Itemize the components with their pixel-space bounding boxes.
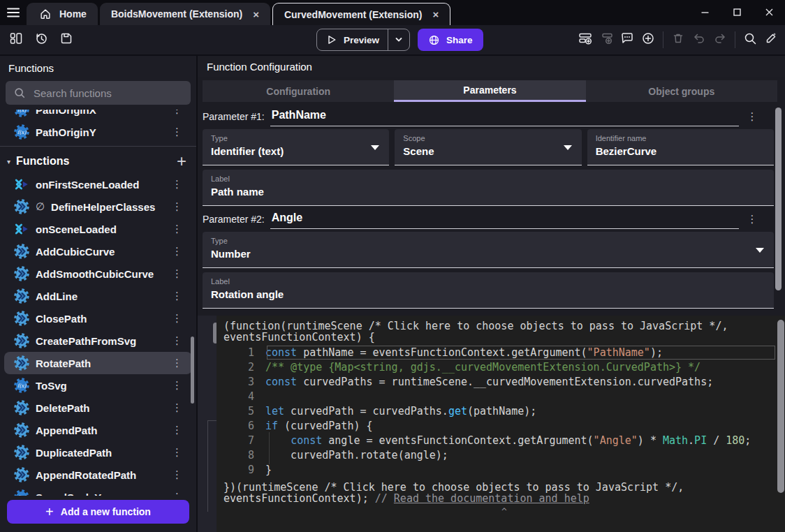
dropdown-arrow-icon (756, 248, 764, 253)
sidebar-item-pathoriginx[interactable]: f(x)PathOriginX⋮ (4, 110, 192, 121)
item-menu-button[interactable]: ⋮ (170, 126, 184, 138)
sidebar-item-duplicatedpath[interactable]: DuplicatedPath⋮ (4, 441, 192, 464)
undo-button[interactable] (689, 29, 710, 51)
item-menu-button[interactable]: ⋮ (170, 334, 184, 347)
code-editor[interactable]: (function(runtimeScene /* Click here to … (198, 316, 785, 532)
preview-dropdown-button[interactable] (388, 36, 409, 44)
editor-wrapper-line[interactable]: })(runtimeScene /* Click here to choose … (223, 482, 785, 493)
line-code: let curvedPath = curvedPaths.get(pathNam… (265, 404, 536, 419)
item-menu-button[interactable]: ⋮ (170, 446, 184, 459)
main-menu-button[interactable] (0, 0, 27, 25)
parameter-name-input[interactable]: Angle (270, 212, 739, 229)
svg-text:f(x): f(x) (17, 110, 27, 113)
item-menu-button[interactable]: ⋮ (170, 357, 184, 369)
add-event-button[interactable] (575, 29, 596, 51)
sidebar-item-speedscaley[interactable]: f(x)SpeedScaleY⋮ (4, 486, 192, 496)
sidebar-item-onfirstsceneloaded[interactable]: onFirstSceneLoaded⋮ (4, 173, 192, 195)
add-circle-button[interactable] (638, 29, 659, 51)
search-box[interactable] (6, 81, 191, 105)
field-type[interactable]: TypeNumber (203, 232, 774, 268)
code-line: 9} (223, 463, 785, 478)
action-function-icon (14, 445, 29, 460)
field-label-input[interactable]: LabelPath name (203, 170, 774, 206)
preview-button-main[interactable]: Preview (317, 34, 388, 45)
item-menu-button[interactable]: ⋮ (170, 312, 184, 325)
item-menu-button[interactable]: ⋮ (170, 424, 184, 436)
sidebar-item-deletepath[interactable]: DeletePath⋮ (4, 397, 192, 419)
sidebar-title: Functions (0, 56, 196, 79)
minimize-button[interactable] (689, 0, 721, 24)
sidebar-item-appendpath[interactable]: AppendPath⋮ (4, 419, 192, 441)
chevron-down-icon: ▾ (7, 158, 10, 165)
field-scope[interactable]: ScopeScene (395, 129, 581, 165)
item-menu-button[interactable]: ⋮ (170, 110, 184, 116)
parameter-label-row: LabelPath name (203, 170, 774, 206)
sidebar-item-tosvg[interactable]: f(x)ToSvg⋮ (4, 374, 192, 397)
add-function-plus-button[interactable]: + (177, 154, 186, 168)
svg-text:f(x): f(x) (17, 494, 27, 496)
tab-boidsmovement-extension[interactable]: BoidsMovement (Extension)× (100, 3, 270, 25)
search-input[interactable] (32, 87, 183, 100)
item-menu-button[interactable]: ⋮ (170, 223, 184, 235)
editor-wrapper-line[interactable]: (function(runtimeScene /* Click here to … (223, 320, 785, 332)
item-menu-button[interactable]: ⋮ (170, 491, 184, 496)
parameter-menu-button[interactable]: ⋮ (743, 110, 761, 126)
delete-button[interactable] (668, 29, 689, 51)
config-scrollbar[interactable] (775, 108, 782, 290)
parameter-menu-button[interactable]: ⋮ (743, 213, 761, 229)
item-menu-button[interactable]: ⋮ (170, 178, 184, 191)
close-window-button[interactable] (753, 0, 785, 24)
field-label-input[interactable]: LabelRotation angle (203, 272, 774, 309)
save-button[interactable] (56, 29, 77, 51)
search-button[interactable] (740, 29, 761, 51)
tab-close-button[interactable]: × (253, 8, 259, 20)
tab-configuration[interactable]: Configuration (203, 80, 394, 102)
editor-scrollbar[interactable] (777, 320, 784, 493)
item-menu-button[interactable]: ⋮ (170, 267, 184, 280)
sidebar-item-closepath[interactable]: ClosePath⋮ (4, 307, 192, 330)
preview-button[interactable]: Preview (316, 29, 410, 51)
sidebar-item-appendrotatedpath[interactable]: AppendRotatedPath⋮ (4, 464, 192, 486)
field-identifier-name[interactable]: Identifier nameBezierCurve (587, 129, 774, 165)
editor-collapse-caret[interactable]: ^ (223, 506, 785, 517)
item-menu-button[interactable]: ⋮ (170, 468, 184, 481)
tab-home[interactable]: Home (27, 3, 98, 25)
search-icon (743, 31, 757, 48)
field-type[interactable]: TypeIdentifier (text) (203, 129, 389, 165)
tab-object-groups[interactable]: Object groups (586, 80, 777, 102)
sidebar-item-rotatepath[interactable]: RotatePath⋮ (4, 352, 192, 374)
parameter-fields-row: TypeIdentifier (text)ScopeSceneIdentifie… (203, 129, 774, 165)
parameter-name-input[interactable]: PathName (270, 109, 739, 126)
tab-parameters[interactable]: Parameters (394, 80, 585, 102)
history-button[interactable] (31, 29, 52, 51)
item-menu-button[interactable]: ⋮ (170, 290, 184, 302)
history-icon (34, 31, 48, 48)
item-menu-button[interactable]: ⋮ (170, 245, 184, 258)
item-menu-button[interactable]: ⋮ (170, 379, 184, 392)
edit-scene-button[interactable] (761, 29, 782, 51)
sidebar-item-addline[interactable]: AddLine⋮ (4, 285, 192, 307)
sidebar-item-addsmoothcubiccurve[interactable]: AddSmoothCubicCurve⋮ (4, 263, 192, 285)
sidebar-item-addcubiccurve[interactable]: AddCubicCurve⋮ (4, 240, 192, 263)
functions-group-header[interactable]: ▾Functions+ (0, 149, 196, 173)
share-button[interactable]: Share (418, 29, 483, 51)
sidebar-item-definehelperclasses[interactable]: ∅DefineHelperClasses⋮ (4, 195, 192, 218)
add-subevent-button[interactable] (596, 29, 617, 51)
item-menu-button[interactable]: ⋮ (170, 401, 184, 414)
tab-close-button[interactable]: × (433, 8, 439, 20)
function-name: AddCubicCurve (36, 246, 115, 258)
sidebar-item-pathoriginy[interactable]: f(x)PathOriginY⋮ (4, 121, 192, 143)
documentation-link[interactable]: Read the documentation and help (394, 492, 589, 505)
project-manager-button[interactable] (6, 29, 27, 51)
redo-button[interactable] (710, 29, 731, 51)
sidebar-scrollbar[interactable] (191, 337, 194, 404)
item-menu-button[interactable]: ⋮ (170, 200, 184, 213)
add-comment-button[interactable] (617, 29, 638, 51)
sidebar-item-createpathfromsvg[interactable]: CreatePathFromSvg⋮ (4, 330, 192, 352)
maximize-button[interactable] (721, 0, 753, 24)
add-function-button[interactable]: + Add a new function (7, 500, 189, 524)
editor-wrapper-line: eventsFunctionContext) { (223, 332, 785, 343)
editor-body[interactable]: (function(runtimeScene /* Click here to … (217, 316, 785, 532)
sidebar-item-onsceneloaded[interactable]: onSceneLoaded⋮ (4, 218, 192, 240)
tab-curvedmovement-extension[interactable]: CurvedMovement (Extension)× (272, 3, 450, 25)
